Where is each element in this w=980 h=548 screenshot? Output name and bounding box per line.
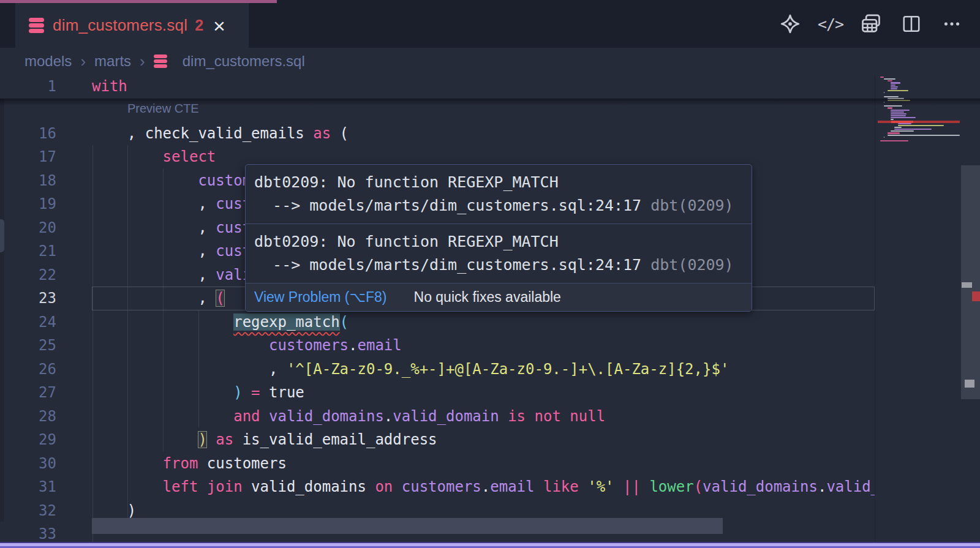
code-token: [92, 172, 198, 189]
code-token: null: [570, 408, 605, 425]
code-line[interactable]: 28 and valid_domains.valid_domain is not…: [0, 405, 875, 429]
line-number: 29: [0, 428, 56, 452]
minimap-code-line: [894, 129, 932, 130]
minimap-code-line: [888, 80, 893, 81]
minimap-code-line: [891, 119, 893, 120]
code-line-text: from customers: [92, 452, 287, 476]
problem-entry: dbt0209: No function REGEXP_MATCH --> mo…: [246, 165, 752, 223]
editor-window: dim_customers.sql 2 × </>: [0, 0, 980, 548]
problem-message: dbt0209: No function REGEXP_MATCH: [254, 233, 559, 250]
problem-hover-popup: dbt0209: No function REGEXP_MATCH --> mo…: [245, 164, 752, 312]
sticky-scroll-line[interactable]: 1 with: [0, 75, 875, 99]
close-icon[interactable]: ×: [213, 17, 225, 35]
code-line[interactable]: 31 left join valid_domains on customers.…: [0, 475, 875, 499]
sticky-line-text: with: [92, 75, 127, 99]
error-token: regexp_match: [233, 313, 339, 331]
dbt-icon[interactable]: [779, 13, 801, 35]
horizontal-scrollbar[interactable]: [92, 518, 723, 534]
code-token: .: [384, 408, 393, 425]
editor-toolbar: </>: [779, 0, 963, 48]
code-line-text: , '^[A-Za-z0-9._%+-]+@[A-Za-z0-9.-]+\.[A…: [92, 358, 729, 381]
code-line-text: left join valid_domains on customers.ema…: [92, 475, 875, 499]
code-token: lower: [649, 478, 693, 495]
code-token: [233, 431, 242, 448]
window-bottom-border: [0, 542, 980, 548]
tab-problem-count: 2: [195, 17, 203, 34]
breadcrumb-file[interactable]: dim_customers.sql: [154, 53, 305, 70]
code-token: [561, 408, 570, 425]
ruler-info-mark: [965, 380, 974, 388]
code-token: (: [340, 313, 349, 331]
problem-entry: dbt0209: No function REGEXP_MATCH --> mo…: [246, 223, 752, 283]
problem-location[interactable]: --> models/marts/dim_customers.sql:24:17: [254, 197, 641, 214]
code-token: on: [375, 478, 393, 495]
code-token: ,: [92, 219, 216, 236]
line-number: 31: [0, 475, 56, 499]
code-token: ,: [92, 242, 216, 260]
chevron-right-icon: ›: [140, 52, 145, 71]
code-token: valid_domains: [269, 408, 384, 425]
code-token: valid_domains: [251, 478, 366, 495]
code-token: select: [163, 148, 216, 165]
overview-ruler[interactable]: [960, 75, 980, 548]
ruler-cursor-mark: [962, 282, 972, 288]
ruler-error-mark: [972, 291, 980, 301]
minimap-code-line: [891, 115, 906, 116]
code-token: customers: [402, 478, 481, 495]
code-token: is: [508, 408, 526, 425]
minimap-code-line: [888, 135, 960, 136]
code-line[interactable]: 26 , '^[A-Za-z0-9._%+-]+@[A-Za-z0-9.-]+\…: [0, 358, 875, 381]
code-line[interactable]: 29 ) as is_valid_email_address: [0, 428, 875, 452]
code-icon[interactable]: </>: [820, 13, 842, 35]
code-line[interactable]: 30 from customers: [0, 452, 875, 476]
code-line-text: select: [92, 145, 216, 169]
code-token: .: [818, 478, 826, 495]
more-actions-icon[interactable]: [941, 13, 963, 35]
line-number: 21: [0, 239, 56, 263]
code-token: [207, 431, 216, 448]
code-token: [92, 337, 269, 354]
code-line[interactable]: 25 customers.email: [0, 334, 875, 358]
breadcrumb-file-label: dim_customers.sql: [183, 53, 305, 70]
query-results-icon[interactable]: [860, 13, 882, 35]
minimap-code-line: [880, 140, 908, 141]
tab-dim-customers[interactable]: dim_customers.sql 2 ×: [15, 3, 249, 48]
sidebar-drag-handle[interactable]: [0, 219, 4, 252]
minimap-code-line: [884, 96, 899, 97]
tab-title: dim_customers.sql: [53, 16, 187, 35]
code-token: ,: [92, 361, 287, 378]
breadcrumb-models[interactable]: models: [24, 53, 72, 70]
code-line[interactable]: 16 , check_valid_emails as (: [0, 122, 875, 146]
minimap[interactable]: [875, 75, 960, 548]
code-token: [92, 455, 163, 472]
view-problem-link[interactable]: View Problem (⌥F8): [254, 289, 387, 306]
code-token: [641, 478, 649, 495]
minimap-code-line: [891, 82, 900, 83]
code-token: ): [233, 384, 242, 401]
problem-location[interactable]: --> models/marts/dim_customers.sql:24:17: [254, 256, 641, 274]
code-token: valid_domain: [826, 478, 875, 495]
code-token: ,: [92, 266, 216, 283]
minimap-code-line: [891, 110, 909, 111]
code-token: [393, 478, 401, 495]
line-number: 16: [0, 122, 56, 146]
line-number: 27: [0, 381, 56, 405]
split-editor-icon[interactable]: [900, 13, 922, 35]
code-token: ): [92, 502, 136, 519]
code-token: [92, 313, 233, 331]
code-token: as: [216, 431, 233, 448]
code-line-text: customers.email: [92, 334, 402, 358]
database-icon: [29, 18, 44, 33]
code-token: as: [313, 125, 331, 142]
minimap-code-line: [894, 127, 902, 128]
minimap-code-line: [891, 130, 914, 132]
code-token: ||: [623, 478, 641, 495]
code-token: [535, 478, 543, 495]
code-token: left join: [163, 478, 243, 495]
code-token: [92, 478, 163, 495]
code-line[interactable]: 27 ) = true: [0, 381, 875, 405]
line-number: 26: [0, 358, 56, 381]
code-line[interactable]: 24 regexp_match(: [0, 310, 875, 334]
breadcrumb-marts[interactable]: marts: [94, 53, 131, 70]
code-token: .: [481, 478, 490, 495]
